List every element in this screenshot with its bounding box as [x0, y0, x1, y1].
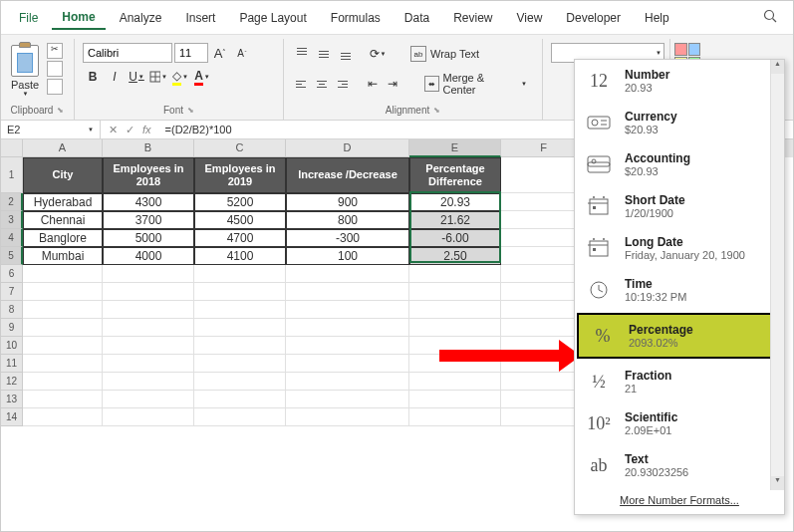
cell[interactable] — [23, 283, 103, 301]
menu-insert[interactable]: Insert — [175, 7, 225, 29]
borders-button[interactable]: ▼ — [148, 67, 168, 87]
cell[interactable] — [103, 391, 194, 408]
alignment-expand-icon[interactable]: ⬊ — [433, 106, 440, 115]
cell[interactable] — [23, 337, 103, 355]
font-size-select[interactable] — [174, 43, 208, 63]
cell[interactable] — [409, 319, 501, 337]
format-option-accounting[interactable]: Accounting$20.93 — [575, 143, 784, 185]
cell[interactable] — [286, 319, 409, 337]
cell[interactable] — [194, 265, 286, 283]
format-option-currency[interactable]: Currency$20.93 — [575, 102, 784, 143]
cell[interactable] — [103, 301, 194, 319]
col-header-e[interactable]: E — [409, 139, 501, 157]
underline-button[interactable]: U▼ — [127, 67, 146, 87]
menu-view[interactable]: View — [507, 7, 553, 29]
row-header[interactable]: 5 — [1, 247, 23, 265]
cell[interactable] — [23, 319, 103, 337]
cell[interactable] — [23, 408, 103, 426]
align-top-button[interactable] — [292, 44, 312, 64]
menu-formulas[interactable]: Formulas — [321, 7, 391, 29]
paste-button[interactable]: Paste ▼ — [9, 43, 41, 99]
row-header[interactable]: 3 — [1, 211, 23, 229]
more-number-formats-link[interactable]: More Number Formats... — [575, 486, 784, 514]
format-option-short_date[interactable]: Short Date1/20/1900 — [575, 185, 784, 227]
cell[interactable] — [194, 319, 286, 337]
cell-emp2018[interactable]: 4300 — [103, 193, 194, 211]
cell[interactable] — [194, 301, 286, 319]
menu-help[interactable]: Help — [635, 7, 679, 29]
row-header[interactable]: 4 — [1, 229, 23, 247]
format-option-long_date[interactable]: Long DateFriday, January 20, 1900 — [575, 227, 784, 269]
cell-pct[interactable]: -6.00 — [409, 229, 501, 247]
header-city[interactable]: City — [23, 157, 103, 193]
menu-page-layout[interactable]: Page Layout — [229, 7, 316, 29]
align-center-button[interactable] — [313, 74, 332, 94]
align-middle-button[interactable] — [314, 44, 334, 64]
cell-city[interactable]: Chennai — [23, 211, 103, 229]
cell[interactable] — [103, 265, 194, 283]
menu-data[interactable]: Data — [395, 7, 439, 29]
cell[interactable] — [409, 283, 501, 301]
cell[interactable] — [286, 337, 409, 355]
menu-home[interactable]: Home — [52, 6, 105, 30]
cell-emp2019[interactable]: 4700 — [194, 229, 286, 247]
menu-analyze[interactable]: Analyze — [110, 7, 172, 29]
decrease-font-button[interactable]: A˅ — [232, 43, 252, 63]
wrap-text-button[interactable]: ab Wrap Text — [403, 43, 486, 65]
row-header[interactable]: 9 — [1, 319, 23, 337]
cell[interactable] — [409, 301, 501, 319]
font-color-button[interactable]: A▼ — [192, 67, 212, 87]
bold-button[interactable]: B — [83, 67, 103, 87]
cancel-formula-icon[interactable]: ✕ — [109, 124, 118, 136]
cell[interactable] — [286, 408, 409, 426]
clipboard-expand-icon[interactable]: ⬊ — [57, 106, 64, 115]
col-header-d[interactable]: D — [286, 139, 409, 157]
scroll-up-icon[interactable]: ▲ — [771, 60, 784, 74]
cell-emp2018[interactable]: 3700 — [103, 211, 194, 229]
cell-diff[interactable]: 900 — [286, 193, 409, 211]
cell[interactable] — [409, 265, 501, 283]
cell[interactable] — [194, 408, 286, 426]
format-option-text[interactable]: abText20.93023256 — [575, 444, 784, 486]
cell[interactable] — [409, 373, 501, 391]
menu-file[interactable]: File — [9, 7, 48, 29]
cell[interactable] — [194, 283, 286, 301]
header-emp2019[interactable]: Employees in 2019 — [194, 157, 286, 193]
cell[interactable] — [23, 391, 103, 408]
cell-pct[interactable]: 20.93 — [409, 193, 501, 211]
cell[interactable] — [409, 391, 501, 408]
fill-color-button[interactable]: ◇▼ — [170, 67, 190, 87]
cut-button[interactable]: ✂ — [47, 43, 63, 59]
row-header[interactable]: 6 — [1, 265, 23, 283]
menu-review[interactable]: Review — [443, 7, 502, 29]
decrease-indent-button[interactable]: ⇤ — [363, 74, 382, 94]
cell[interactable] — [103, 408, 194, 426]
align-right-button[interactable] — [333, 74, 352, 94]
row-header[interactable]: 12 — [1, 373, 23, 391]
cell-emp2018[interactable]: 4000 — [103, 247, 194, 265]
copy-button[interactable] — [47, 61, 63, 77]
row-header[interactable]: 10 — [1, 337, 23, 355]
cell[interactable] — [194, 391, 286, 408]
align-left-button[interactable] — [292, 74, 311, 94]
cell[interactable] — [286, 301, 409, 319]
cell[interactable] — [103, 337, 194, 355]
cell-diff[interactable]: 100 — [286, 247, 409, 265]
row-header[interactable]: 8 — [1, 301, 23, 319]
col-header-b[interactable]: B — [103, 139, 194, 157]
cell[interactable] — [103, 373, 194, 391]
cell[interactable] — [286, 265, 409, 283]
format-option-fraction[interactable]: ½Fraction21 — [575, 361, 784, 402]
row-header[interactable]: 2 — [1, 193, 23, 211]
cell[interactable] — [103, 319, 194, 337]
font-name-select[interactable] — [83, 43, 172, 63]
format-option-time[interactable]: Time10:19:32 PM — [575, 269, 784, 311]
cell-pct[interactable]: 21.62 — [409, 211, 501, 229]
format-option-percentage[interactable]: %Percentage2093.02% — [577, 313, 782, 359]
row-header[interactable]: 11 — [1, 355, 23, 373]
row-header[interactable]: 1 — [1, 157, 23, 193]
row-header[interactable]: 14 — [1, 408, 23, 426]
cell-emp2018[interactable]: 5000 — [103, 229, 194, 247]
format-option-scientific[interactable]: 10²Scientific2.09E+01 — [575, 402, 784, 444]
cell[interactable] — [286, 283, 409, 301]
